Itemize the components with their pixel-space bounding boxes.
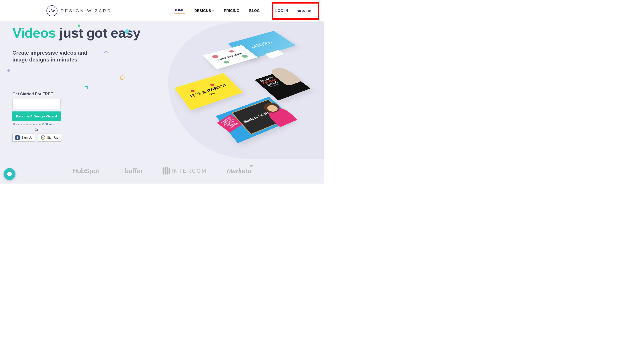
decor-cyan-dot-icon [125, 29, 130, 34]
logo-mark-icon: dw [46, 5, 58, 16]
decor-green-dot-icon [78, 24, 80, 27]
illus-card-party: IT'S A PARTY! 12th [174, 73, 243, 110]
google-signup-button[interactable]: Sign Up [38, 134, 61, 142]
become-wizard-button[interactable]: Become A Design Wizard [12, 112, 60, 121]
chevron-down-icon [212, 10, 214, 12]
hero-headline-accent: Videos [12, 25, 56, 40]
auth-area: LOG IN SIGN UP [275, 7, 315, 15]
brand-name: DESIGN WIZARD [60, 8, 112, 13]
logo-intercom-text: INTERCOM [172, 168, 207, 174]
logo-intercom: INTERCOM [162, 168, 207, 174]
social-signup-row: f Sign Up Sign Up [12, 134, 63, 142]
hero-subhead: Create impressive videos and image desig… [12, 49, 103, 63]
logo-buffer-text: buffer [124, 167, 143, 175]
google-icon [41, 135, 45, 140]
already-prefix: Already have an Account? [12, 123, 45, 126]
chat-icon [7, 171, 12, 177]
facebook-signup-label: Sign Up [22, 136, 32, 139]
decor-square-icon [85, 86, 88, 89]
nav-home[interactable]: HOME [174, 8, 185, 14]
already-have-account: Already have an Account? Sign-In [12, 123, 63, 126]
main-nav: HOME DESIGNS PRICING BLOG LOG IN SIGN UP [174, 7, 315, 15]
signup-button[interactable]: SIGN UP [293, 7, 315, 15]
nav-designs-label: DESIGNS [194, 9, 211, 13]
illus-card-black-friday: BLACK FRIDAY SALE #SOCIALMEDIA [254, 70, 310, 100]
partner-logos: HubSpot buffer INTERCOM Marketo [0, 167, 324, 175]
site-header: dw DESIGN WIZARD HOME DESIGNS PRICING BL… [0, 0, 324, 22]
logo-buffer: buffer [119, 167, 143, 175]
chat-widget-button[interactable] [4, 168, 16, 180]
google-signup-label: Sign Up [47, 136, 58, 139]
decor-ring-icon [120, 76, 124, 80]
facebook-signup-button[interactable]: f Sign Up [12, 134, 36, 142]
sign-in-link[interactable]: Sign-In [45, 123, 54, 126]
hero-illustration: DIGITAL MARKETING save the date IT'S A P… [175, 24, 318, 139]
logo-marketo: Marketo [227, 167, 252, 175]
signup-block: Get Started For FREE Become A Design Wiz… [12, 92, 63, 142]
email-input[interactable] [12, 99, 60, 109]
login-link[interactable]: LOG IN [275, 9, 288, 13]
buffer-icon [119, 167, 123, 175]
get-started-label: Get Started For FREE [12, 92, 63, 96]
brand-logo[interactable]: dw DESIGN WIZARD [46, 5, 112, 16]
or-text: Or [35, 128, 38, 131]
logo-hubspot: HubSpot [72, 167, 99, 175]
facebook-icon: f [15, 135, 20, 140]
intercom-icon [162, 168, 170, 174]
nav-blog[interactable]: BLOG [249, 9, 260, 13]
decor-triangle-icon [103, 51, 108, 54]
nav-designs[interactable]: DESIGNS [194, 9, 214, 13]
or-divider: Or [12, 128, 60, 131]
illus-card-party-text: IT'S A PARTY! [189, 83, 228, 98]
nav-pricing[interactable]: PRICING [224, 9, 239, 13]
illus-card-back-to-school: ALL OF THE SUPPLIES YOU NEED TO GET THE … [216, 97, 294, 143]
